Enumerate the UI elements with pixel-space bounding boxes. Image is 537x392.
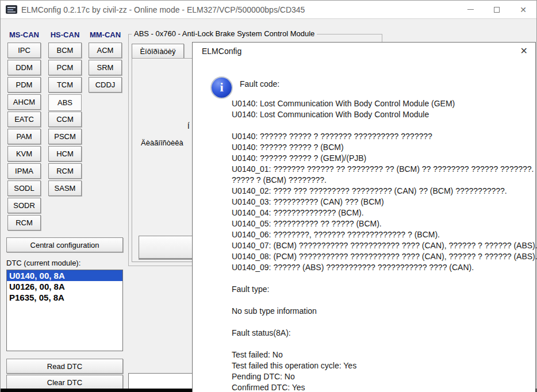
fault-line: U0140: ?????? ????? ? ??????? ??????????…: [232, 131, 530, 142]
module-button-ccm[interactable]: CCM: [48, 112, 82, 127]
module-button-hcm[interactable]: HCM: [48, 146, 82, 162]
module-button-pam[interactable]: PAM: [7, 129, 41, 144]
window-controls: ✕: [457, 1, 536, 18]
module-button-srm[interactable]: SRM: [89, 60, 122, 75]
dialog-title: ELMConfig: [202, 47, 241, 56]
dtc-item-selected[interactable]: U0140, 00, 8A: [7, 270, 122, 281]
module-button-sodr[interactable]: SODR: [7, 198, 41, 213]
fault-line: U0140_06: ????????, ??????? ????????????…: [232, 229, 530, 240]
titlebar: ELMConfig 0.2.17c by civil-zz - Online m…: [1, 1, 536, 19]
dtc-item[interactable]: U0126, 00, 8A: [7, 281, 122, 292]
module-button-pscm[interactable]: PSCM: [48, 129, 82, 144]
dtc-item[interactable]: P1635, 05, 8A: [7, 292, 122, 303]
fault-line: [232, 339, 530, 349]
column-header-mm-can: MM-CAN: [89, 30, 122, 39]
fault-line: U0140_05: ?????????? ?? ????? (BCM).: [232, 218, 530, 229]
abs-group-title: ABS - 0x760 - Anti-Lock Brake System Con…: [132, 29, 317, 38]
dtc-list-label: DTC (current module):: [6, 259, 80, 267]
window-title: ELMConfig 0.2.17c by civil-zz - Online m…: [21, 5, 305, 14]
status-pending-dtc: Pending DTC: No: [232, 371, 530, 382]
dtc-list[interactable]: U0140, 00, 8A U0126, 00, 8A P1635, 05, 8…: [6, 270, 123, 351]
module-button-rcm-hs[interactable]: RCM: [48, 163, 82, 179]
fault-line: U0140: Lost Communication With Body Cont…: [232, 109, 530, 120]
fault-line: U0140: ?????? ????? ? (BCM): [232, 142, 530, 153]
module-button-ipc[interactable]: IPC: [7, 43, 41, 58]
module-button-pcm[interactable]: PCM: [48, 60, 82, 75]
clear-dtc-button[interactable]: Clear DTC: [6, 375, 123, 390]
fault-line: U0140: ?????? ????? ? (GEM)/(PJB): [232, 153, 530, 164]
fault-line: U0140_03: ?????????? (CAN) ??? (BCM): [232, 197, 530, 207]
module-button-acm[interactable]: ACM: [89, 43, 122, 58]
information-tab[interactable]: Èíôîðìàöèÿ: [132, 44, 184, 59]
panel-text-fragment-2: Äèàãíîñòèêà: [141, 139, 183, 147]
fault-status-heading: Fault status(8A):: [232, 328, 530, 339]
maximize-icon: [494, 7, 500, 13]
module-button-bcm[interactable]: BCM: [48, 43, 82, 58]
fault-line: U0140_09: ?????? (ABS) ??????????? ?????…: [232, 262, 530, 273]
panel-text-fragment-1: Í: [187, 122, 190, 130]
fault-line: ????? ? (BCM) ????????.: [232, 175, 530, 186]
elmconfig-window: ELMConfig 0.2.17c by civil-zz - Online m…: [0, 0, 537, 392]
module-button-kvm[interactable]: KVM: [7, 146, 41, 162]
module-button-sasm[interactable]: SASM: [48, 180, 82, 196]
fault-subtype-text: No sub type information: [232, 306, 530, 317]
read-dtc-button[interactable]: Read DTC: [6, 359, 123, 374]
status-test-failed-cycle: Test failed this operation cycle: Yes: [232, 360, 530, 371]
status-test-failed: Test failed: No: [232, 349, 530, 360]
minimize-button[interactable]: [457, 1, 484, 18]
fault-line: [232, 295, 530, 306]
module-button-sodl[interactable]: SODL: [7, 180, 41, 196]
status-confirmed-dtc: Confirmed DTC: Yes: [232, 382, 530, 392]
close-icon: ✕: [520, 6, 527, 14]
fault-line: U0140_04: ?????????????? (BCM).: [232, 207, 530, 218]
info-icon: i: [212, 78, 232, 98]
app-icon: [6, 5, 17, 14]
close-button[interactable]: ✕: [510, 1, 536, 18]
module-button-eatc[interactable]: EATC: [7, 112, 41, 127]
central-configuration-button[interactable]: Central configuration: [6, 237, 123, 252]
fault-code-heading: Fault code:: [240, 79, 279, 89]
minimize-icon: [467, 9, 474, 10]
dialog-close-button[interactable]: ✕: [520, 45, 528, 56]
fault-code-dialog: ELMConfig ✕ i Fault code: U0140: Lost Co…: [192, 42, 536, 392]
fault-type-heading: Fault type:: [232, 284, 530, 295]
module-button-ddm[interactable]: DDM: [7, 60, 41, 75]
fault-line: U0140_08: (PCM) ??????????? ??????????? …: [232, 251, 530, 262]
column-header-ms-can: MS-CAN: [7, 30, 41, 39]
fault-line: [232, 273, 530, 284]
fault-line: U0140_07: (BCM) ??????????? ??????????? …: [232, 240, 530, 251]
module-button-ipma[interactable]: IPMA: [7, 163, 41, 179]
module-button-rcm-ms[interactable]: RCM: [7, 215, 41, 230]
fault-line: U0140: Lost Communication With Body Cont…: [232, 98, 530, 109]
column-header-hs-can: HS-CAN: [48, 30, 82, 39]
info-icon-glyph: i: [220, 81, 223, 94]
module-button-cddj[interactable]: CDDJ: [89, 77, 122, 93]
fault-line: [232, 120, 530, 131]
fault-line: U0140_01: ??????? ?????? ?? ???????? ?? …: [232, 164, 530, 175]
module-button-ahcm[interactable]: AHCM: [7, 94, 41, 110]
module-button-tcm[interactable]: TCM: [48, 77, 82, 93]
fault-line: [232, 317, 530, 328]
module-button-pdm[interactable]: PDM: [7, 77, 41, 93]
fault-line: U0140_02: ???? ??? ????????? ????????? (…: [232, 186, 530, 197]
fault-code-body: U0140: Lost Communication With Body Cont…: [232, 98, 530, 392]
module-button-abs-selected[interactable]: ABS: [48, 94, 82, 111]
maximize-button[interactable]: [484, 1, 510, 18]
